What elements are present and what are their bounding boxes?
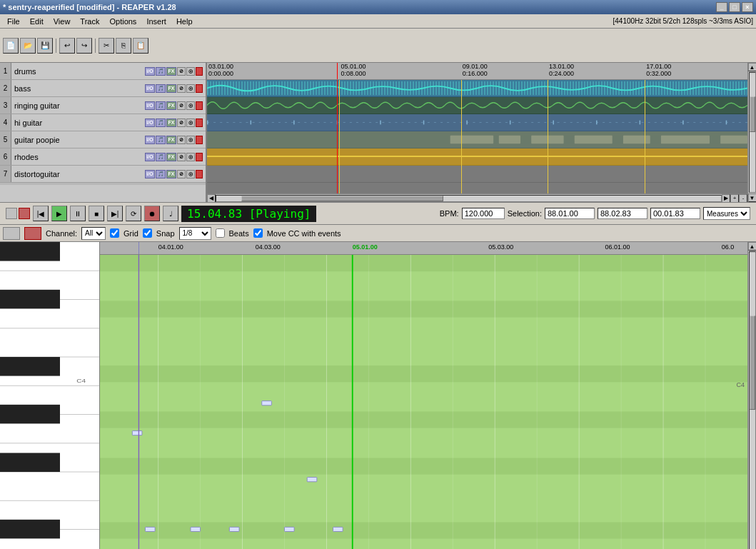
skip-end-button[interactable]: ▶| [107, 206, 123, 221]
track-env-1[interactable]: 🎵 [156, 67, 166, 76]
arrange-scroll-right[interactable]: ▶ [722, 194, 730, 203]
track-fx-6[interactable]: FX [166, 153, 176, 161]
track-mute-7[interactable]: ⊘ [177, 170, 186, 178]
click-button[interactable]: ♩ [163, 206, 178, 221]
pr-grid[interactable]: C4 C3 [100, 255, 747, 549]
ruler-mark-3: 09.01.000:16.000 [461, 63, 489, 78]
track-mute-6[interactable]: ⊘ [177, 153, 186, 161]
arrange-vscroll-up[interactable]: ▲ [748, 63, 757, 71]
minimize-button[interactable]: _ [716, 2, 727, 12]
paste-button[interactable]: 📋 [133, 38, 148, 54]
pr-tool-icon-2[interactable] [24, 227, 41, 240]
grid-size-select[interactable]: 1/8 1/4 1/16 [179, 227, 211, 240]
save-button[interactable]: 💾 [37, 38, 53, 54]
track-arm-4[interactable] [196, 119, 203, 127]
track-fx-7[interactable]: FX [166, 170, 176, 178]
track-env-5[interactable]: 🎵 [156, 136, 166, 144]
track-arm-3[interactable] [196, 101, 203, 110]
movecc-checkbox[interactable] [253, 228, 263, 238]
track-fx-3[interactable]: FX [166, 101, 176, 110]
menu-insert[interactable]: Insert [142, 16, 171, 26]
track-env-7[interactable]: 🎵 [156, 170, 166, 178]
arrange-vscroll-down[interactable]: ▼ [748, 193, 757, 202]
bpm-input[interactable] [462, 208, 505, 219]
pr-vscroll-up[interactable]: ▲ [748, 242, 757, 251]
copy-button[interactable]: ⎘ [116, 38, 131, 54]
grid-checkbox[interactable] [110, 228, 119, 238]
track-arm-7[interactable] [196, 170, 203, 178]
time-format-select[interactable]: Measures Time [703, 207, 750, 220]
channel-select[interactable]: All [81, 227, 106, 240]
ruler-mark-1: 03.01.000:00.000 [207, 63, 235, 78]
track-io-7[interactable]: I/O [145, 170, 155, 178]
pr-tool-icon-1[interactable] [3, 227, 20, 240]
menu-file[interactable]: File [3, 16, 24, 26]
cut-button[interactable]: ✂ [99, 38, 114, 54]
svg-rect-43 [100, 301, 747, 317]
track-solo-6[interactable]: ◎ [186, 153, 195, 161]
track-solo-2[interactable]: ◎ [186, 84, 195, 93]
arrange-vscroll-track[interactable] [749, 72, 756, 193]
track-mute-5[interactable]: ⊘ [177, 136, 186, 144]
track-io-4[interactable]: I/O [145, 119, 155, 127]
track-fx-1[interactable]: FX [166, 67, 176, 76]
pr-vscroll-thumb[interactable] [750, 316, 755, 411]
undo-button[interactable]: ↩ [59, 38, 75, 54]
pr-ruler: 04.01.00 04.03.00 05.01.00 05.03.00 06.0… [100, 242, 747, 255]
menu-edit[interactable]: Edit [26, 16, 48, 26]
track-env-2[interactable]: 🎵 [156, 84, 166, 93]
track-fx-5[interactable]: FX [166, 136, 176, 144]
track-env-4[interactable]: 🎵 [156, 119, 166, 127]
track-mute-2[interactable]: ⊘ [177, 84, 186, 93]
track-io-3[interactable]: I/O [145, 101, 155, 110]
stop-button[interactable]: ■ [89, 206, 104, 221]
track-solo-7[interactable]: ◎ [186, 170, 195, 178]
track-arm-2[interactable] [196, 84, 203, 93]
track-env-3[interactable]: 🎵 [156, 101, 166, 110]
rewind-start-button[interactable]: |◀ [33, 206, 49, 221]
beats-checkbox[interactable] [216, 228, 225, 238]
maximize-button[interactable]: □ [729, 2, 740, 12]
record-button[interactable]: ⏺ [144, 206, 160, 221]
track-io-5[interactable]: I/O [145, 136, 155, 144]
close-button[interactable]: × [742, 2, 753, 12]
track-arm-5[interactable] [196, 136, 203, 144]
menu-track[interactable]: Track [76, 16, 104, 26]
track-solo-5[interactable]: ◎ [186, 136, 195, 144]
pause-button[interactable]: ⏸ [70, 206, 86, 221]
track-fx-4[interactable]: FX [166, 119, 176, 127]
track-env-6[interactable]: 🎵 [156, 153, 166, 161]
track-io-1[interactable]: I/O [145, 67, 155, 76]
track-io-2[interactable]: I/O [145, 84, 155, 93]
redo-button[interactable]: ↪ [76, 38, 92, 54]
pr-vscroll-track[interactable] [749, 251, 756, 549]
snap-checkbox[interactable] [143, 228, 152, 238]
sel-dur-input[interactable] [650, 208, 700, 219]
menu-options[interactable]: Options [105, 16, 141, 26]
track-solo-3[interactable]: ◎ [186, 101, 195, 110]
arrange-scroll-minus[interactable]: - [739, 194, 747, 203]
arrange-scroll-track[interactable] [216, 195, 722, 202]
arrange-scroll-plus[interactable]: + [730, 194, 739, 203]
menu-help[interactable]: Help [172, 16, 197, 26]
track-mute-3[interactable]: ⊘ [177, 101, 186, 110]
arrange-vscroll-thumb[interactable] [750, 96, 755, 132]
open-button[interactable]: 📂 [20, 38, 36, 54]
play-button[interactable]: ▶ [51, 206, 67, 221]
track-solo-1[interactable]: ◎ [186, 67, 195, 76]
arrange-scroll-thumb[interactable] [241, 196, 443, 201]
track-solo-4[interactable]: ◎ [186, 119, 195, 127]
track-arm-6[interactable] [196, 153, 203, 161]
track-mute-4[interactable]: ⊘ [177, 119, 186, 127]
track-mute-1[interactable]: ⊘ [177, 67, 186, 76]
track-io-6[interactable]: I/O [145, 153, 155, 161]
sel-end-input[interactable] [598, 208, 647, 219]
arrange-scroll-left[interactable]: ◀ [207, 194, 216, 203]
track-fx-2[interactable]: FX [166, 84, 176, 93]
menu-view[interactable]: View [49, 16, 75, 26]
svg-rect-2 [293, 121, 295, 125]
track-arm-1[interactable] [196, 67, 203, 76]
new-button[interactable]: 📄 [3, 38, 19, 54]
loop-button[interactable]: ⟳ [126, 206, 141, 221]
sel-start-input[interactable] [545, 208, 595, 219]
